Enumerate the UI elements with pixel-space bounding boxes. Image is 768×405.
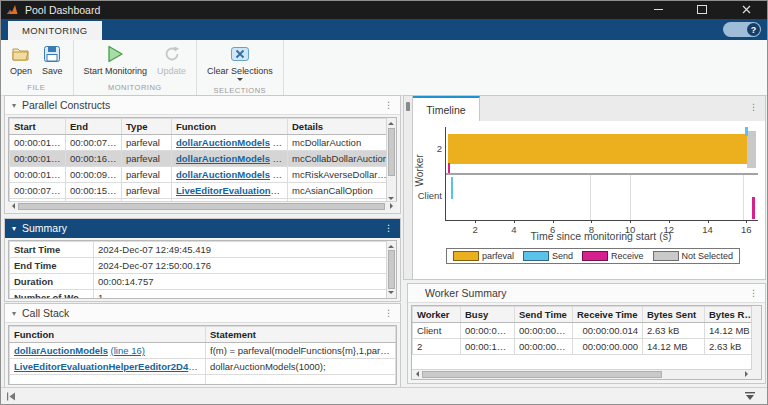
clear-selections-button[interactable]: Clear Selections xyxy=(202,43,278,84)
column-header[interactable]: Bytes Sent xyxy=(643,307,705,323)
column-header[interactable]: End xyxy=(66,119,122,135)
scroll-home-icon[interactable] xyxy=(6,392,16,401)
table-row[interactable]: 200:00:14.72100:00:00.00900:00:00.00014.… xyxy=(413,339,761,355)
scroll-right-icon[interactable] xyxy=(745,371,751,377)
not-selected-bar[interactable] xyxy=(590,175,591,220)
not-selected-bar[interactable] xyxy=(743,175,744,220)
kebab-menu-icon[interactable]: ⋮ xyxy=(384,100,393,110)
column-header[interactable]: Type xyxy=(122,119,172,135)
parfeval-bar[interactable] xyxy=(448,134,746,164)
table-row[interactable]: dollarAuctionModels (line 16)f(m) = parf… xyxy=(10,343,396,359)
scroll-up-icon[interactable] xyxy=(388,242,394,248)
update-button[interactable]: Update xyxy=(152,43,191,76)
column-header[interactable]: Details xyxy=(288,119,396,135)
minimize-button[interactable] xyxy=(636,0,680,19)
table-row[interactable]: 00:00:07.95000:00:15.830parfevalLiveEdit… xyxy=(10,183,396,199)
table-cell: parfeval xyxy=(122,135,172,151)
scroll-right-icon[interactable] xyxy=(390,203,396,209)
close-icon xyxy=(742,5,751,14)
function-link[interactable]: dollarAuctionModels xyxy=(176,153,270,164)
send-bar[interactable] xyxy=(745,127,747,136)
scrollbar-thumb[interactable] xyxy=(388,250,395,289)
parallel-constructs-header[interactable]: ▾ Parallel Constructs ⋮ xyxy=(5,96,400,115)
tab-timeline[interactable]: Timeline xyxy=(413,96,480,122)
kebab-menu-icon[interactable]: ⋮ xyxy=(384,223,393,233)
not-selected-bar[interactable] xyxy=(630,175,631,220)
vertical-scrollbar[interactable] xyxy=(751,306,761,379)
send-bar[interactable] xyxy=(451,177,453,199)
scroll-left-icon[interactable] xyxy=(413,371,419,377)
x-tick-mark xyxy=(708,220,709,223)
collapse-chevron-icon[interactable]: ▾ xyxy=(12,101,16,110)
maximize-button[interactable] xyxy=(680,0,724,19)
receive-bar[interactable] xyxy=(752,197,755,219)
line-link[interactable]: (line 16) xyxy=(273,153,288,164)
function-link[interactable]: dollarAuctionModels xyxy=(176,169,270,180)
scroll-down-icon[interactable] xyxy=(388,291,394,297)
table-cell: 00:00:00.000 xyxy=(461,323,515,339)
scroll-left-icon[interactable] xyxy=(9,203,15,209)
table-cell: LiveEditorEvaluationHelperEeditor2D451C8… xyxy=(10,359,206,375)
column-header[interactable]: Receive Time xyxy=(573,307,643,323)
legend-item[interactable]: parfeval xyxy=(453,251,514,261)
column-header[interactable]: Send Time xyxy=(515,307,573,323)
vertical-scrollbar[interactable] xyxy=(386,241,396,298)
horizontal-scrollbar[interactable] xyxy=(8,201,397,211)
scrollbar-thumb[interactable] xyxy=(388,128,395,176)
column-header[interactable]: Function xyxy=(10,327,206,343)
function-link[interactable]: LiveEditorEvaluationHelperEeditor2D451C8… xyxy=(14,361,206,372)
call-stack-header[interactable]: ▾ Call Stack ⋮ xyxy=(5,304,400,323)
tab-monitoring[interactable]: MONITORING xyxy=(8,21,102,40)
worker-summary-header[interactable]: ▾ Worker Summary ⋮ xyxy=(408,284,765,303)
column-header[interactable]: Function xyxy=(172,119,288,135)
collapse-chevron-icon[interactable]: ▾ xyxy=(12,224,16,233)
summary-header[interactable]: ▾ Summary ⋮ xyxy=(5,219,400,238)
save-icon xyxy=(43,43,61,65)
scrollbar-thumb[interactable] xyxy=(422,371,662,378)
table-row[interactable]: 00:00:01.57300:00:16.330parfevaldollarAu… xyxy=(10,151,396,167)
scrollbar-thumb[interactable] xyxy=(18,203,385,210)
save-button[interactable]: Save xyxy=(37,43,68,76)
horizontal-scrollbar[interactable] xyxy=(412,369,752,379)
function-link[interactable]: dollarAuctionModels xyxy=(176,137,270,148)
column-header[interactable]: Worker xyxy=(413,307,461,323)
parallel-constructs-grid: StartEndTypeFunctionDetails00:00:01.5710… xyxy=(9,118,396,205)
column-header[interactable]: Statement xyxy=(206,327,396,343)
vertical-scrollbar[interactable] xyxy=(386,118,396,204)
table-row[interactable]: Duration00:00:14.757 xyxy=(10,274,396,290)
legend-item[interactable]: Send xyxy=(523,251,573,261)
function-link[interactable]: LiveEditorEvaluationHelpe... xyxy=(176,185,288,196)
collapse-panel-icon[interactable] xyxy=(744,391,756,401)
line-link[interactable]: (line 16) xyxy=(111,345,145,356)
worker-2-lane xyxy=(446,127,758,173)
function-link[interactable]: dollarAuctionModels xyxy=(14,345,108,356)
open-button[interactable]: Open xyxy=(5,43,37,76)
not-selected-bar[interactable] xyxy=(747,131,756,169)
table-row[interactable]: Start Time2024-Dec-07 12:49:45.419 xyxy=(10,242,396,258)
table-row[interactable]: Client00:00:00.00000:00:00.00000:00:00.0… xyxy=(413,323,761,339)
legend-item[interactable]: Not Selected xyxy=(653,251,734,261)
table-row[interactable]: End Time2024-Dec-07 12:50:00.176 xyxy=(10,258,396,274)
table-row[interactable] xyxy=(10,375,396,386)
toolstrip: Open Save FILE Start Monitoring xyxy=(0,40,768,96)
table-row[interactable]: 00:00:01.57100:00:07.959parfevaldollarAu… xyxy=(10,135,396,151)
line-link[interactable]: (line 16) xyxy=(273,137,288,148)
kebab-menu-icon[interactable]: ⋮ xyxy=(384,308,393,318)
start-monitoring-button[interactable]: Start Monitoring xyxy=(79,43,153,76)
kebab-menu-icon[interactable]: ⋮ xyxy=(749,288,758,298)
line-link[interactable]: (line 16) xyxy=(273,169,288,180)
help-button[interactable]: ? xyxy=(723,22,761,37)
kebab-menu-icon[interactable]: ⋮ xyxy=(749,102,758,112)
close-button[interactable] xyxy=(724,0,768,19)
table-row[interactable]: LiveEditorEvaluationHelperEeditor2D451C8… xyxy=(10,359,396,375)
collapse-chevron-icon[interactable]: ▾ xyxy=(12,309,16,318)
panel-title: Parallel Constructs xyxy=(22,99,110,111)
column-header[interactable]: Busy xyxy=(461,307,515,323)
table-row[interactable]: 00:00:01.61500:00:09.989parfevaldollarAu… xyxy=(10,167,396,183)
receive-bar[interactable] xyxy=(448,163,450,173)
table-cell: mcDollarAuction xyxy=(288,135,396,151)
column-header[interactable]: Start xyxy=(10,119,66,135)
scroll-up-icon[interactable] xyxy=(388,119,394,125)
legend-item[interactable]: Receive xyxy=(582,251,644,261)
table-row[interactable]: Number of Workers1 xyxy=(10,290,396,300)
